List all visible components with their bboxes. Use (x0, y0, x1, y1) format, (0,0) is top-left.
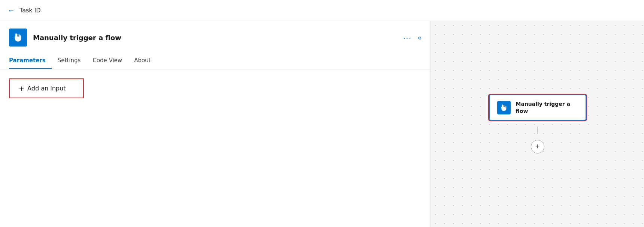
add-step-button[interactable]: + (531, 140, 544, 153)
tab-content-parameters: + Add an input (0, 69, 430, 227)
plus-icon: + (19, 84, 24, 92)
page-title: Task ID (19, 7, 41, 14)
canvas-area: Manually trigger a flow + (431, 21, 644, 227)
header-bar: ← Task ID (0, 0, 644, 21)
trigger-name: Manually trigger a flow (33, 34, 403, 42)
tab-settings[interactable]: Settings (52, 53, 87, 69)
header-actions: ··· « (403, 33, 421, 42)
left-panel: Manually trigger a flow ··· « Parameters… (0, 21, 431, 227)
add-input-button[interactable]: + Add an input (9, 78, 84, 98)
trigger-icon-box (9, 29, 27, 47)
ellipsis-icon: ··· (403, 33, 412, 42)
add-input-label: Add an input (27, 85, 66, 92)
connector-line (537, 126, 538, 134)
trigger-hand-icon (13, 32, 23, 43)
ellipsis-menu-button[interactable]: ··· (403, 33, 412, 42)
tab-parameters[interactable]: Parameters (9, 53, 52, 69)
collapse-panel-button[interactable]: « (418, 34, 421, 42)
trigger-header: Manually trigger a flow ··· « (0, 21, 430, 53)
flow-node-label: Manually trigger a flow (516, 101, 578, 114)
flow-node-icon (497, 101, 511, 114)
tab-bar: Parameters Settings Code View About (0, 53, 430, 69)
flow-node-hand-icon (500, 104, 508, 112)
tab-about[interactable]: About (128, 53, 157, 69)
chevron-left-icon: « (418, 34, 421, 42)
back-button[interactable]: ← (7, 6, 15, 15)
add-step-icon: + (535, 142, 540, 151)
tab-code-view[interactable]: Code View (87, 53, 128, 69)
canvas-panel: Manually trigger a flow + (431, 21, 644, 227)
main-area: Manually trigger a flow ··· « Parameters… (0, 21, 644, 227)
back-arrow-icon: ← (7, 6, 15, 15)
flow-node-trigger[interactable]: Manually trigger a flow (489, 95, 586, 120)
